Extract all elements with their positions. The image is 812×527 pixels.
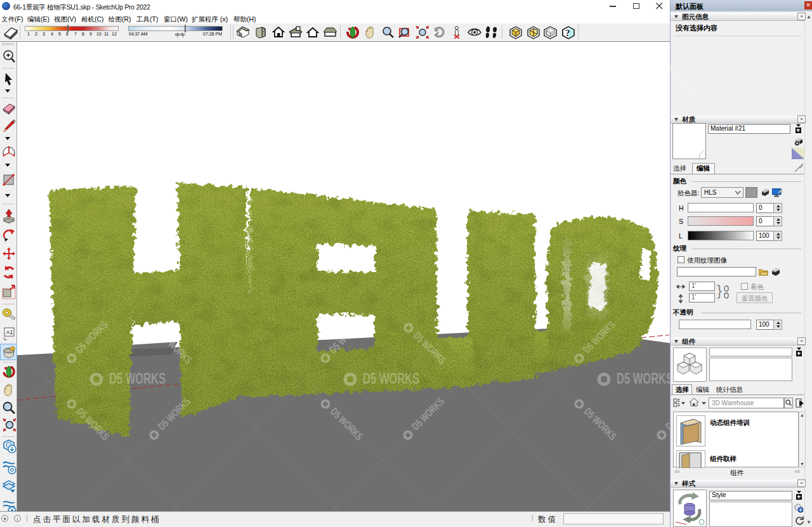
svg-text:D5 WORKS: D5 WORKS [363, 370, 419, 387]
svg-text:D5 WORKS: D5 WORKS [617, 370, 670, 387]
svg-text:?: ? [565, 28, 570, 38]
svg-text:D5 WORKS: D5 WORKS [109, 370, 166, 387]
svg-text:A1: A1 [6, 329, 13, 335]
